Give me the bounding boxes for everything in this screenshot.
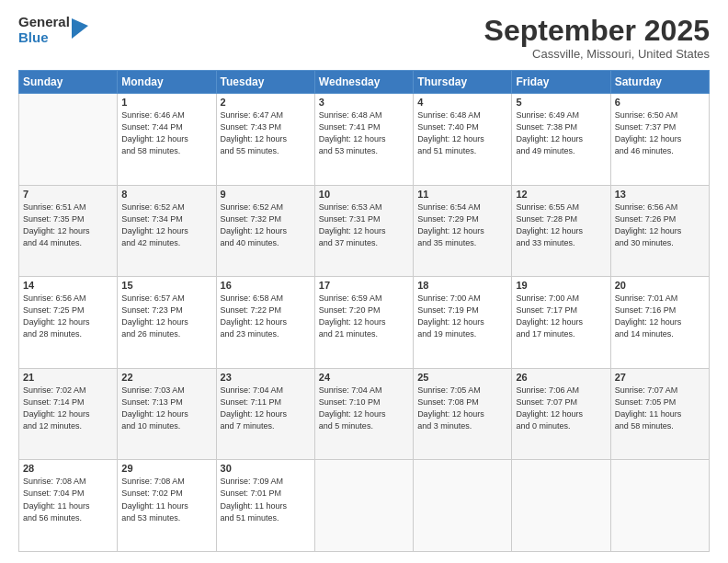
day-info: Sunrise: 7:06 AM Sunset: 7:07 PM Dayligh… — [516, 385, 606, 432]
calendar-week-row: 21Sunrise: 7:02 AM Sunset: 7:14 PM Dayli… — [19, 368, 710, 460]
day-number: 28 — [23, 463, 113, 474]
day-info: Sunrise: 7:08 AM Sunset: 7:02 PM Dayligh… — [121, 476, 211, 523]
calendar-table: SundayMondayTuesdayWednesdayThursdayFrid… — [18, 70, 710, 552]
calendar-cell: 17Sunrise: 6:59 AM Sunset: 7:20 PM Dayli… — [314, 277, 413, 369]
day-number: 24 — [319, 372, 409, 383]
calendar-header-row: SundayMondayTuesdayWednesdayThursdayFrid… — [19, 71, 710, 94]
calendar-cell: 25Sunrise: 7:05 AM Sunset: 7:08 PM Dayli… — [414, 368, 512, 460]
page: General Blue September 2025 Cassville, M… — [0, 0, 728, 563]
calendar-cell — [414, 460, 512, 552]
calendar-cell: 9Sunrise: 6:52 AM Sunset: 7:32 PM Daylig… — [216, 185, 314, 277]
day-info: Sunrise: 6:48 AM Sunset: 7:41 PM Dayligh… — [319, 109, 409, 157]
day-number: 4 — [417, 97, 507, 108]
calendar-cell: 18Sunrise: 7:00 AM Sunset: 7:19 PM Dayli… — [414, 277, 512, 369]
calendar-day-header: Tuesday — [216, 71, 314, 94]
day-info: Sunrise: 7:05 AM Sunset: 7:08 PM Dayligh… — [417, 385, 507, 432]
day-number: 23 — [221, 372, 311, 383]
day-number: 25 — [417, 372, 507, 383]
calendar-cell: 2Sunrise: 6:47 AM Sunset: 7:43 PM Daylig… — [216, 94, 314, 186]
calendar-day-header: Monday — [118, 71, 216, 94]
month-title: September 2025 — [484, 15, 710, 47]
day-number: 8 — [121, 189, 211, 200]
day-number: 5 — [516, 97, 606, 108]
calendar-week-row: 28Sunrise: 7:08 AM Sunset: 7:04 PM Dayli… — [19, 460, 710, 552]
calendar-day-header: Sunday — [19, 71, 118, 94]
calendar-cell — [610, 460, 709, 552]
day-info: Sunrise: 7:01 AM Sunset: 7:16 PM Dayligh… — [615, 293, 705, 340]
day-number: 17 — [319, 280, 409, 291]
logo-general-text: General — [18, 15, 70, 30]
calendar-day-header: Saturday — [610, 71, 709, 94]
day-info: Sunrise: 6:47 AM Sunset: 7:43 PM Dayligh… — [221, 109, 311, 157]
day-info: Sunrise: 6:59 AM Sunset: 7:20 PM Dayligh… — [319, 293, 409, 340]
day-info: Sunrise: 6:54 AM Sunset: 7:29 PM Dayligh… — [417, 201, 507, 249]
calendar-cell: 6Sunrise: 6:50 AM Sunset: 7:37 PM Daylig… — [610, 94, 709, 186]
day-info: Sunrise: 6:55 AM Sunset: 7:28 PM Dayligh… — [516, 201, 606, 249]
day-number: 16 — [221, 280, 311, 291]
day-info: Sunrise: 7:04 AM Sunset: 7:10 PM Dayligh… — [319, 385, 409, 432]
day-info: Sunrise: 7:07 AM Sunset: 7:05 PM Dayligh… — [615, 385, 705, 432]
svg-marker-0 — [72, 18, 88, 39]
day-number: 21 — [23, 372, 113, 383]
location-text: Cassville, Missouri, United States — [484, 47, 710, 61]
day-info: Sunrise: 6:46 AM Sunset: 7:44 PM Dayligh… — [121, 109, 211, 157]
calendar-week-row: 14Sunrise: 6:56 AM Sunset: 7:25 PM Dayli… — [19, 277, 710, 369]
day-number: 3 — [319, 97, 409, 108]
calendar-cell: 30Sunrise: 7:09 AM Sunset: 7:01 PM Dayli… — [216, 460, 314, 552]
day-number: 15 — [121, 280, 211, 291]
day-info: Sunrise: 6:56 AM Sunset: 7:25 PM Dayligh… — [23, 293, 113, 340]
calendar-cell: 29Sunrise: 7:08 AM Sunset: 7:02 PM Dayli… — [118, 460, 216, 552]
day-info: Sunrise: 6:56 AM Sunset: 7:26 PM Dayligh… — [615, 201, 705, 249]
logo-icon — [72, 18, 88, 39]
day-number: 10 — [319, 189, 409, 200]
calendar-cell: 3Sunrise: 6:48 AM Sunset: 7:41 PM Daylig… — [314, 94, 413, 186]
day-number: 18 — [417, 280, 507, 291]
day-info: Sunrise: 7:00 AM Sunset: 7:17 PM Dayligh… — [516, 293, 606, 340]
calendar-cell: 27Sunrise: 7:07 AM Sunset: 7:05 PM Dayli… — [610, 368, 709, 460]
day-number: 7 — [23, 189, 113, 200]
day-number: 2 — [221, 97, 311, 108]
calendar-week-row: 7Sunrise: 6:51 AM Sunset: 7:35 PM Daylig… — [19, 185, 710, 277]
day-number: 11 — [417, 189, 507, 200]
calendar-cell: 10Sunrise: 6:53 AM Sunset: 7:31 PM Dayli… — [314, 185, 413, 277]
calendar-cell — [512, 460, 610, 552]
day-info: Sunrise: 7:08 AM Sunset: 7:04 PM Dayligh… — [23, 476, 113, 523]
header: General Blue September 2025 Cassville, M… — [18, 15, 710, 61]
title-block: September 2025 Cassville, Missouri, Unit… — [484, 15, 710, 61]
day-number: 9 — [221, 189, 311, 200]
day-number: 29 — [121, 463, 211, 474]
logo: General Blue — [18, 15, 88, 45]
day-info: Sunrise: 6:52 AM Sunset: 7:32 PM Dayligh… — [221, 201, 311, 249]
calendar-cell: 21Sunrise: 7:02 AM Sunset: 7:14 PM Dayli… — [19, 368, 118, 460]
day-info: Sunrise: 7:04 AM Sunset: 7:11 PM Dayligh… — [221, 385, 311, 432]
calendar-cell: 7Sunrise: 6:51 AM Sunset: 7:35 PM Daylig… — [19, 185, 118, 277]
day-info: Sunrise: 6:58 AM Sunset: 7:22 PM Dayligh… — [221, 293, 311, 340]
calendar-week-row: 1Sunrise: 6:46 AM Sunset: 7:44 PM Daylig… — [19, 94, 710, 186]
calendar-day-header: Friday — [512, 71, 610, 94]
day-number: 6 — [615, 97, 705, 108]
calendar-cell: 5Sunrise: 6:49 AM Sunset: 7:38 PM Daylig… — [512, 94, 610, 186]
calendar-cell: 15Sunrise: 6:57 AM Sunset: 7:23 PM Dayli… — [118, 277, 216, 369]
day-number: 27 — [615, 372, 705, 383]
day-info: Sunrise: 7:00 AM Sunset: 7:19 PM Dayligh… — [417, 293, 507, 340]
logo-blue-text: Blue — [18, 30, 70, 46]
calendar-cell: 12Sunrise: 6:55 AM Sunset: 7:28 PM Dayli… — [512, 185, 610, 277]
calendar-cell: 28Sunrise: 7:08 AM Sunset: 7:04 PM Dayli… — [19, 460, 118, 552]
calendar-cell: 24Sunrise: 7:04 AM Sunset: 7:10 PM Dayli… — [314, 368, 413, 460]
day-number: 22 — [121, 372, 211, 383]
day-info: Sunrise: 6:51 AM Sunset: 7:35 PM Dayligh… — [23, 201, 113, 249]
day-number: 19 — [516, 280, 606, 291]
calendar-cell — [19, 94, 118, 186]
calendar-cell: 11Sunrise: 6:54 AM Sunset: 7:29 PM Dayli… — [414, 185, 512, 277]
day-info: Sunrise: 6:48 AM Sunset: 7:40 PM Dayligh… — [417, 109, 507, 157]
day-number: 26 — [516, 372, 606, 383]
calendar-cell: 22Sunrise: 7:03 AM Sunset: 7:13 PM Dayli… — [118, 368, 216, 460]
calendar-cell: 16Sunrise: 6:58 AM Sunset: 7:22 PM Dayli… — [216, 277, 314, 369]
calendar-day-header: Wednesday — [314, 71, 413, 94]
calendar-day-header: Thursday — [414, 71, 512, 94]
day-info: Sunrise: 6:57 AM Sunset: 7:23 PM Dayligh… — [121, 293, 211, 340]
day-number: 13 — [615, 189, 705, 200]
day-number: 12 — [516, 189, 606, 200]
day-info: Sunrise: 7:02 AM Sunset: 7:14 PM Dayligh… — [23, 385, 113, 432]
calendar-cell: 14Sunrise: 6:56 AM Sunset: 7:25 PM Dayli… — [19, 277, 118, 369]
